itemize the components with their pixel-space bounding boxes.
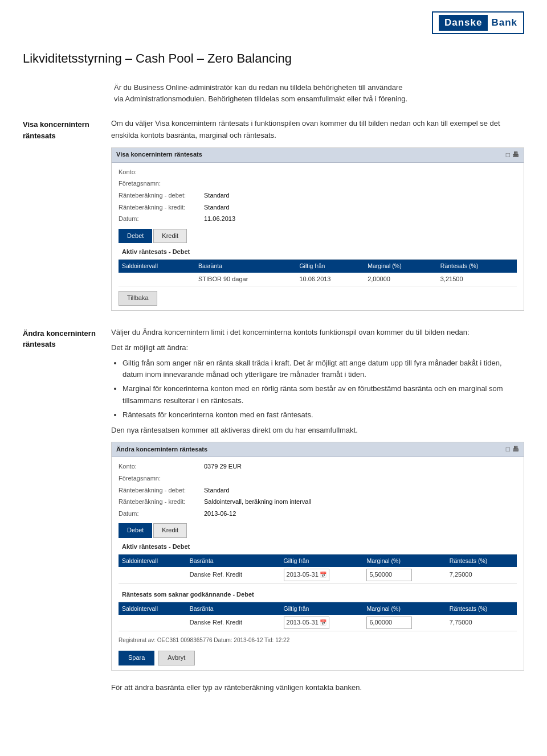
table-section-header-1: Aktiv räntesats - Debet	[119, 245, 517, 259]
bottom-note: För att ändra basränta eller typ av ränt…	[111, 682, 524, 693]
field-konto: Konto:	[119, 167, 517, 178]
section-andra-rantesats: Ändra koncernintern räntesats Väljer du …	[23, 327, 524, 696]
bullet-2: Marginal för koncerinterna konton med en…	[123, 383, 524, 407]
table-row-1: STIBOR 90 dagar 10.06.2013 2,00000 3,215…	[119, 273, 517, 286]
section2-label: Ändra koncernintern räntesats	[23, 327, 111, 696]
tab-bar-2: Debet Kredit	[119, 523, 517, 538]
th-rantesats-1: Räntesats (%)	[437, 259, 517, 272]
logo-bank: Bank	[491, 17, 517, 28]
screenshot-andra: Ändra koncernintern räntesats □ 🖶 Konto:…	[111, 442, 524, 670]
field2-ranteberakning-kredit: Ränteberäkning - kredit: Saldointervall,…	[119, 497, 517, 507]
calendar-icon-1: 📅	[320, 570, 326, 580]
th2a-marginal: Marginal (%)	[363, 554, 446, 567]
table-aktiv-1: Aktiv räntesats - Debet Saldointervall B…	[119, 245, 517, 286]
intro-text: Är du Business Online-administratör kan …	[114, 82, 524, 104]
field-foretagsnamn: Företagsnamn:	[119, 179, 517, 189]
logo-danske: Danske	[439, 15, 488, 31]
th2b-giltig: Giltig från	[280, 602, 364, 615]
screenshot-andra-titlebar: Ändra koncernintern räntesats □ 🖶	[112, 442, 524, 457]
th2a-saldointervall: Saldointervall	[119, 554, 186, 567]
table-section-header-2a: Aktiv räntesats - Debet	[119, 540, 517, 554]
th2b-rantesats: Räntesats (%)	[446, 602, 517, 615]
section-visa-rantesats: Visa koncernintern räntesats Om du välje…	[23, 118, 524, 311]
bullet-1: Giltig från som anger när en ränta skall…	[123, 358, 524, 381]
section1-content: Om du väljer Visa koncernintern räntesat…	[111, 118, 524, 311]
header-area: Danske Bank	[23, 11, 524, 34]
table-row-2a: Danske Ref. Kredit 2013-05-31 📅 5,50000	[119, 567, 517, 583]
save-button[interactable]: Spara	[119, 651, 154, 665]
calendar-icon-2: 📅	[320, 618, 326, 627]
section2-content: Väljer du Ändra koncernintern limit i de…	[111, 327, 524, 696]
field-ranteberakning-debet: Ränteberäkning - debet: Standard	[119, 191, 517, 201]
th2a-giltig: Giltig från	[280, 554, 364, 567]
table-saknar-2: Räntesats som saknar godkännande - Debet…	[119, 588, 517, 631]
tab-kredit-1[interactable]: Kredit	[153, 229, 187, 244]
table-aktiv-2: Aktiv räntesats - Debet Saldointervall B…	[119, 540, 517, 584]
tab-kredit-2[interactable]: Kredit	[153, 523, 187, 538]
th-giltig-1: Giltig från	[296, 259, 364, 272]
page-title: Likviditetsstyrning – Cash Pool – Zero B…	[23, 51, 524, 66]
th-marginal-1: Marginal (%)	[364, 259, 437, 272]
th2a-rantesats: Räntesats (%)	[446, 554, 517, 567]
action-buttons: Spara Avbryt	[119, 651, 517, 665]
print-icon: 🖶	[512, 150, 519, 161]
th-basranta-1: Basränta	[195, 259, 296, 272]
cancel-button[interactable]: Avbryt	[158, 651, 195, 665]
screenshot-visa: Visa koncernintern räntesats □ 🖶 Konto: …	[111, 147, 524, 311]
th2b-basranta: Basränta	[186, 602, 280, 615]
field2-datum: Datum: 2013-06-12	[119, 509, 517, 519]
field-datum: Datum: 11.06.2013	[119, 214, 517, 224]
field-ranteberakning-kredit: Ränteberäkning - kredit: Standard	[119, 203, 517, 213]
th-saldointervall-1: Saldointervall	[119, 259, 195, 272]
th2b-saldointervall: Saldointervall	[119, 602, 186, 615]
bullet-3: Räntesats för koncerinterna konton med e…	[123, 409, 524, 421]
tab-bar-1: Debet Kredit	[119, 229, 517, 244]
field2-foretagsnamn: Företagsnamn:	[119, 474, 517, 484]
resize-icon: □	[506, 150, 510, 161]
screenshot-visa-titlebar: Visa koncernintern räntesats □ 🖶	[112, 148, 524, 163]
titlebar-icons: □ 🖶	[506, 150, 519, 161]
print-icon-2: 🖶	[512, 444, 519, 455]
date-input-1[interactable]: 2013-05-31 📅	[284, 569, 329, 581]
th2a-basranta: Basränta	[186, 554, 280, 567]
titlebar-icons-2: □ 🖶	[506, 444, 519, 455]
bullet-list: Giltig från som anger när en ränta skall…	[123, 358, 524, 421]
field2-konto: Konto: 0379 29 EUR	[119, 462, 517, 472]
section1-label: Visa koncernintern räntesats	[23, 118, 111, 311]
screenshot-visa-inner: Konto: Företagsnamn: Ränteberäkning - de…	[112, 163, 524, 310]
screenshot-andra-inner: Konto: 0379 29 EUR Företagsnamn: Räntebe…	[112, 457, 524, 669]
th2b-marginal: Marginal (%)	[363, 602, 446, 615]
field2-ranteberakning-debet: Ränteberäkning - debet: Standard	[119, 486, 517, 496]
screenshot-footer: Registrerat av: OEC361 0098365776 Datum:…	[119, 636, 517, 645]
table-row-2b: Danske Ref. Kredit 2013-05-31 📅 6,00000	[119, 615, 517, 631]
tab-debet-1[interactable]: Debet	[119, 229, 152, 244]
date-input-2[interactable]: 2013-05-31 📅	[284, 617, 329, 629]
resize-icon-2: □	[506, 444, 510, 455]
table-section-header-2b: Räntesats som saknar godkännande - Debet	[119, 588, 517, 602]
marginal-input-1[interactable]: 5,50000	[366, 569, 412, 581]
tab-debet-2[interactable]: Debet	[119, 523, 152, 538]
logo-container: Danske Bank	[432, 11, 524, 34]
back-button-1[interactable]: Tillbaka	[119, 291, 157, 306]
marginal-input-2[interactable]: 6,00000	[366, 617, 412, 629]
